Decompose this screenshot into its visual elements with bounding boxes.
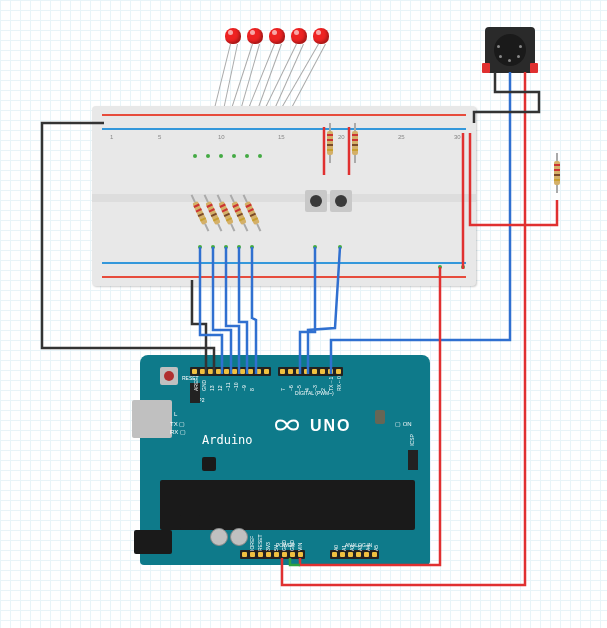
wire-layer-back [0, 0, 607, 628]
circuit-diagram: 1 5 10 15 20 25 30 /* holes drawn below … [0, 0, 607, 628]
